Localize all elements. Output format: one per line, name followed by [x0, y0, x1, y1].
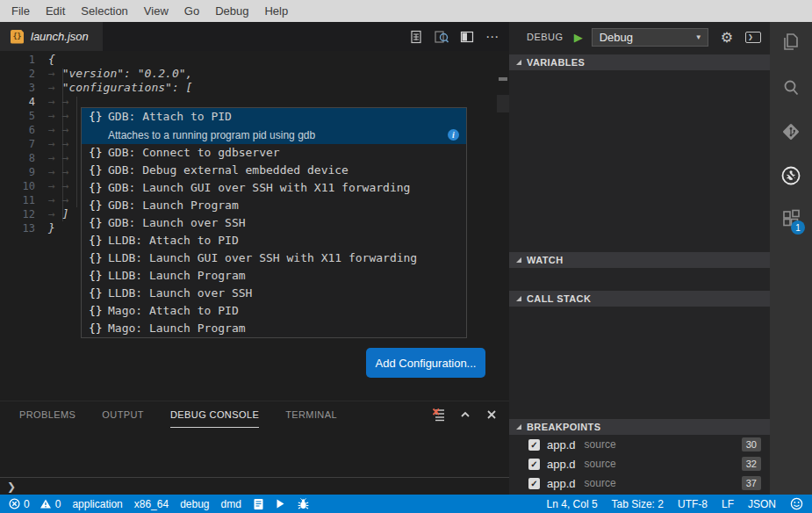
- braces-icon: {}: [89, 214, 108, 232]
- file-search-icon[interactable]: [432, 27, 451, 47]
- more-actions-icon[interactable]: ⋯: [483, 27, 502, 47]
- clear-console-icon[interactable]: [432, 408, 446, 422]
- braces-icon: {}: [89, 285, 108, 302]
- suggest-label: GDB: Attach to PID: [108, 108, 232, 126]
- editor-scrollbar[interactable]: [497, 51, 509, 401]
- suggest-item[interactable]: {}Mago: Attach to PID: [82, 302, 466, 320]
- breakpoint-checkbox[interactable]: ✓: [528, 478, 540, 489]
- suggest-item[interactable]: {}LLDB: Launch Program: [82, 267, 466, 285]
- suggest-label: Mago: Attach to PID: [108, 302, 239, 320]
- menu-debug[interactable]: Debug: [207, 0, 256, 22]
- section-header-call-stack[interactable]: CALL STACK: [509, 291, 770, 307]
- tab-bar: {} launch.json ⋯: [0, 22, 509, 51]
- eol-sequence[interactable]: LF: [722, 498, 734, 510]
- braces-icon: {}: [89, 144, 108, 162]
- breakpoint-row[interactable]: ✓ app.d source 30: [509, 435, 770, 454]
- tab-output[interactable]: OUTPUT: [102, 401, 144, 428]
- line-number: 3: [0, 81, 35, 95]
- status-compiler[interactable]: dmd: [221, 498, 241, 510]
- status-build-type[interactable]: debug: [180, 498, 209, 510]
- line-number: 11: [0, 193, 35, 207]
- suggest-item[interactable]: {}GDB: Launch Program: [82, 197, 466, 214]
- info-icon[interactable]: i: [448, 129, 459, 141]
- collapse-triangle-icon: [516, 257, 521, 263]
- section-title: WATCH: [527, 255, 564, 265]
- breakpoint-kind: source: [585, 458, 616, 470]
- breakpoint-kind: source: [585, 477, 616, 489]
- section-header-breakpoints[interactable]: BREAKPOINTS: [509, 419, 770, 435]
- braces-icon: {}: [89, 108, 108, 126]
- menu-selection[interactable]: Selection: [73, 0, 135, 22]
- split-editor-icon[interactable]: [457, 27, 477, 47]
- suggest-item[interactable]: {}LLDB: Launch over SSH: [82, 285, 466, 302]
- suggest-item[interactable]: {}GDB: Launch over SSH: [82, 214, 466, 232]
- suggest-item[interactable]: {}LLDB: Launch GUI over SSH with X11 for…: [82, 249, 466, 267]
- file-report-icon[interactable]: [406, 27, 426, 47]
- whitespace: →: [48, 67, 62, 81]
- problems-status[interactable]: 0 0: [9, 498, 61, 510]
- menu-view[interactable]: View: [136, 0, 176, 22]
- book-icon[interactable]: [253, 498, 264, 510]
- run-play-icon[interactable]: [276, 498, 285, 509]
- cursor-position[interactable]: Ln 4, Col 5: [547, 498, 598, 510]
- panel-actions: [432, 408, 509, 422]
- breakpoint-row[interactable]: ✓ app.d source 37: [509, 473, 770, 493]
- breakpoint-row[interactable]: ✓ app.d source 32: [509, 454, 770, 473]
- debug-config-dropdown[interactable]: Debug ▼: [592, 28, 708, 47]
- breakpoint-checkbox[interactable]: ✓: [528, 439, 540, 451]
- language-mode[interactable]: JSON: [748, 498, 776, 510]
- indentation[interactable]: Tab Size: 2: [612, 498, 664, 510]
- whitespace: → →: [48, 165, 75, 179]
- braces-icon: {}: [89, 267, 108, 285]
- menu-edit[interactable]: Edit: [38, 0, 73, 22]
- status-application[interactable]: application: [72, 498, 122, 510]
- code-editor[interactable]: 1{ 2→ "version": "0.2.0", 3→ "configurat…: [0, 51, 509, 401]
- menu-file[interactable]: File: [4, 0, 38, 22]
- status-left: 0 0 application x86_64 debug dmd: [0, 498, 310, 510]
- close-panel-icon[interactable]: [485, 408, 499, 422]
- vscode-window: File Edit Selection View Go Debug Help {…: [0, 0, 812, 513]
- explorer-icon[interactable]: [780, 32, 801, 53]
- source-control-icon[interactable]: [780, 121, 801, 142]
- bug-icon[interactable]: [297, 498, 310, 510]
- status-arch[interactable]: x86_64: [134, 498, 169, 510]
- start-debug-icon[interactable]: ▶: [574, 31, 583, 44]
- suggest-item[interactable]: {}GDB: Launch GUI over SSH with X11 forw…: [82, 179, 466, 197]
- breakpoints-body: ✓ app.d source 30 ✓ app.d source 32 ✓ ap…: [509, 435, 770, 493]
- encoding[interactable]: UTF-8: [678, 498, 708, 510]
- section-header-variables[interactable]: VARIABLES: [509, 54, 770, 70]
- braces-icon: {}: [89, 302, 108, 320]
- debug-console-input[interactable]: ❯: [0, 477, 509, 495]
- status-bar: 0 0 application x86_64 debug dmd Ln 4, C…: [0, 495, 812, 513]
- menu-help[interactable]: Help: [256, 0, 296, 22]
- tab-problems[interactable]: PROBLEMS: [19, 401, 75, 428]
- suggest-label: LLDB: Launch GUI over SSH with X11 forwa…: [108, 249, 417, 267]
- line-number: 9: [0, 165, 35, 179]
- search-icon[interactable]: [780, 77, 801, 98]
- suggest-item[interactable]: {}GDB: Debug external embedded device: [82, 162, 466, 179]
- tab-launch-json[interactable]: {} launch.json: [0, 22, 103, 51]
- activity-bar: 1: [770, 22, 812, 495]
- braces-icon: {}: [89, 320, 108, 337]
- debug-console-toggle-icon[interactable]: ❯: [745, 32, 761, 43]
- section-title: BREAKPOINTS: [527, 422, 600, 432]
- section-header-watch[interactable]: WATCH: [509, 252, 770, 268]
- suggest-item-selected[interactable]: {}GDB: Attach to PID Attaches to a runni…: [82, 108, 466, 144]
- feedback-smiley-icon[interactable]: [790, 497, 803, 510]
- debug-icon[interactable]: [780, 165, 801, 186]
- line-number: 5: [0, 109, 35, 123]
- add-configuration-button[interactable]: Add Configuration...: [366, 348, 485, 378]
- breakpoint-file: app.d: [547, 458, 576, 471]
- menu-go[interactable]: Go: [176, 0, 207, 22]
- code-text: "configurations": [: [62, 81, 193, 95]
- tab-terminal[interactable]: TERMINAL: [285, 401, 337, 428]
- suggest-item[interactable]: {}GDB: Connect to gdbserver: [82, 144, 466, 162]
- breakpoint-checkbox[interactable]: ✓: [528, 459, 540, 470]
- configure-gear-icon[interactable]: ⚙: [721, 29, 733, 46]
- suggest-item[interactable]: {}LLDB: Attach to PID: [82, 232, 466, 249]
- suggest-item[interactable]: {}Mago: Launch Program: [82, 320, 466, 337]
- braces-icon: {}: [89, 162, 108, 179]
- maximize-panel-icon[interactable]: [458, 408, 472, 422]
- status-right: Ln 4, Col 5 Tab Size: 2 UTF-8 LF JSON: [547, 497, 812, 510]
- tab-debug-console[interactable]: DEBUG CONSOLE: [170, 401, 259, 428]
